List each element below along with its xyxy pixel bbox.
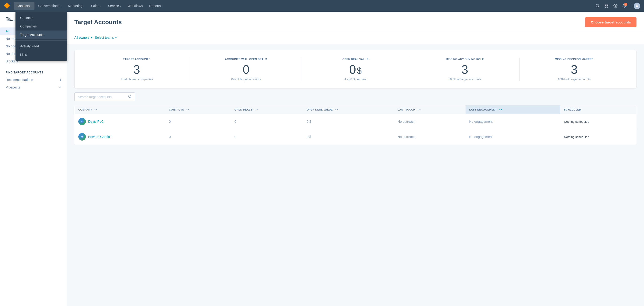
column-header-open-deal-value[interactable]: OPEN DEAL VALUE ▲▼: [303, 105, 394, 114]
nav-item-contacts[interactable]: Contacts ▾: [14, 2, 34, 10]
stat-sub-open-deal-value: Avg 0 $ per deal: [301, 78, 410, 81]
chevron-down-icon: ▾: [100, 5, 101, 7]
table-row: Bowers-Garcia 0 0 0 $ No: [74, 129, 636, 145]
nav-item-conversations[interactable]: Conversations ▾: [36, 2, 64, 10]
all-owners-filter[interactable]: All owners ▾: [74, 35, 92, 40]
stat-value-target-accounts: 3: [82, 63, 191, 76]
settings-button[interactable]: [612, 2, 619, 10]
svg-line-1: [598, 7, 599, 7]
dropdown-item-lists[interactable]: Lists: [16, 51, 67, 59]
nav-items: Contacts ▾ Conversations ▾ Marketing ▾ S…: [14, 2, 594, 10]
svg-point-8: [128, 95, 131, 98]
dropdown-divider: [16, 40, 67, 41]
cell-open-deals-bowers-garcia: 0: [231, 129, 303, 145]
cell-company-davis-plc: Davis PLC: [74, 114, 165, 129]
dropdown-item-contacts[interactable]: Contacts: [16, 14, 67, 22]
choose-target-accounts-button[interactable]: Choose target accounts: [585, 17, 636, 27]
chevron-down-icon: ▾: [120, 5, 121, 7]
svg-rect-4: [605, 6, 606, 8]
cell-scheduled-davis-plc: Nothing scheduled: [560, 114, 636, 129]
svg-point-7: [636, 5, 638, 6]
stat-missing-decision-makers: MISSING DECISION MAKERS 3 100% of target…: [520, 58, 629, 81]
cell-deal-value-davis-plc: 0 $: [303, 114, 394, 129]
nav-item-workflows[interactable]: Workflows: [125, 2, 146, 10]
cell-contacts-bowers-garcia: 0: [165, 129, 230, 145]
stat-label-accounts-open-deals: ACCOUNTS WITH OPEN DEALS: [191, 58, 300, 61]
stat-missing-buying-role: MISSING ANY BUYING ROLE 3 100% of target…: [410, 58, 519, 81]
column-header-last-engagement[interactable]: LAST ENGAGEMENT ▲▼: [466, 105, 560, 114]
company-cell: Davis PLC: [78, 118, 161, 125]
column-header-scheduled[interactable]: SCHEDULED: [560, 105, 636, 114]
filters-bar: All owners ▾ Select teams ▾: [67, 31, 644, 44]
info-icon: ℹ: [60, 78, 61, 81]
sort-icon-company: ▲▼: [94, 109, 98, 111]
left-panel-item-prospects[interactable]: Prospects ↗: [0, 84, 66, 91]
chevron-down-icon: ▾: [60, 5, 62, 7]
nav-item-service[interactable]: Service ▾: [105, 2, 124, 10]
contacts-dropdown-menu: Contacts Companies Target Accounts Activ…: [16, 12, 67, 61]
svg-point-6: [615, 6, 616, 7]
search-bar: [74, 93, 135, 101]
stat-sub-accounts-open-deals: 0% of target accounts: [191, 78, 300, 81]
dropdown-item-target-accounts[interactable]: Target Accounts: [16, 31, 67, 39]
cell-open-deals-davis-plc: 0: [231, 114, 303, 129]
table-area: COMPANY ▲▼ CONTACTS ▲▼ OPEN DEALS ▲▼ O: [74, 93, 636, 145]
stat-value-missing-decision-makers: 3: [520, 63, 629, 76]
nav-item-sales[interactable]: Sales ▾: [88, 2, 104, 10]
external-link-icon: ↗: [59, 86, 61, 89]
svg-point-0: [596, 4, 599, 7]
select-teams-filter[interactable]: Select teams ▾: [95, 35, 116, 40]
accounts-table: COMPANY ▲▼ CONTACTS ▲▼ OPEN DEALS ▲▼ O: [74, 105, 636, 145]
hubspot-logo[interactable]: 🔶: [4, 3, 10, 9]
notifications-button[interactable]: 2: [621, 2, 628, 10]
stat-value-missing-buying-role: 3: [410, 63, 519, 76]
cell-last-engagement-bowers-garcia: No engagement: [466, 129, 560, 145]
sort-icon-last-touch: ▲▼: [417, 109, 421, 111]
company-link-bowers-garcia[interactable]: Bowers-Garcia: [88, 135, 110, 139]
stat-value-open-deal-value: 0 $: [301, 63, 410, 76]
company-link-davis-plc[interactable]: Davis PLC: [88, 120, 104, 123]
page-header: Target Accounts Choose target accounts: [67, 12, 644, 31]
company-logo-davis-plc: [78, 118, 86, 125]
left-panel-item-recommendations[interactable]: Recommendations ℹ: [0, 76, 66, 84]
stat-label-missing-buying-role: MISSING ANY BUYING ROLE: [410, 58, 519, 61]
stat-target-accounts: TARGET ACCOUNTS 3 Total chosen companies: [82, 58, 191, 81]
column-header-company[interactable]: COMPANY ▲▼: [74, 105, 165, 114]
table-body: Davis PLC 0 0 0 $ No outr: [74, 114, 636, 145]
svg-rect-5: [607, 6, 608, 8]
chevron-down-icon: ▾: [116, 36, 116, 39]
search-target-accounts-input[interactable]: [78, 95, 128, 99]
sort-icon-contacts: ▲▼: [186, 109, 190, 111]
marketplace-button[interactable]: [603, 2, 610, 10]
dropdown-item-companies[interactable]: Companies: [16, 22, 67, 31]
chevron-down-icon: ▾: [162, 5, 163, 7]
column-header-last-touch[interactable]: LAST TOUCH ▲▼: [394, 105, 466, 114]
column-header-open-deals[interactable]: OPEN DEALS ▲▼: [231, 105, 303, 114]
dollar-sign: $: [357, 67, 362, 75]
cell-last-touch-bowers-garcia: No outreach: [394, 129, 466, 145]
stat-accounts-open-deals: ACCOUNTS WITH OPEN DEALS 0 0% of target …: [191, 58, 300, 81]
top-navigation: 🔶 Contacts ▾ Conversations ▾ Marketing ▾…: [0, 0, 644, 12]
search-button[interactable]: [594, 2, 601, 10]
sort-icon-open-deals: ▲▼: [254, 109, 258, 111]
page-title: Target Accounts: [74, 19, 122, 26]
cell-company-bowers-garcia: Bowers-Garcia: [74, 129, 165, 145]
left-panel-find-section: Find target accounts: [0, 71, 66, 74]
stats-panel: TARGET ACCOUNTS 3 Total chosen companies…: [74, 50, 636, 89]
svg-rect-3: [607, 4, 608, 6]
nav-item-reports[interactable]: Reports ▾: [146, 2, 166, 10]
company-cell: Bowers-Garcia: [78, 133, 161, 141]
search-icon[interactable]: [128, 95, 132, 99]
nav-item-marketing[interactable]: Marketing ▾: [65, 2, 87, 10]
chevron-down-icon: ▾: [91, 36, 92, 39]
svg-rect-2: [605, 4, 606, 6]
column-header-contacts[interactable]: CONTACTS ▲▼: [165, 105, 230, 114]
dropdown-item-activity-feed[interactable]: Activity Feed: [16, 42, 67, 51]
cell-contacts-davis-plc: 0: [165, 114, 230, 129]
user-avatar[interactable]: [634, 3, 640, 9]
cell-deal-value-bowers-garcia: 0 $: [303, 129, 394, 145]
content-area: Target Accounts Choose target accounts A…: [67, 12, 644, 306]
stat-sub-missing-buying-role: 100% of target accounts: [410, 78, 519, 81]
stat-value-accounts-open-deals: 0: [191, 63, 300, 76]
company-logo-bowers-garcia: [78, 133, 86, 141]
